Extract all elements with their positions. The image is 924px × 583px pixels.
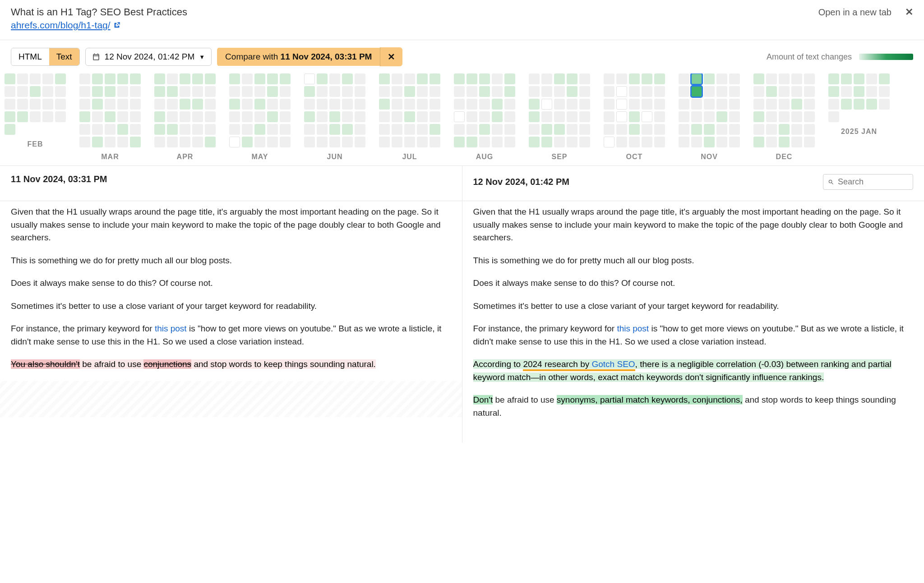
calendar-day-cell[interactable] [779, 73, 790, 84]
calendar-day-cell[interactable] [492, 73, 503, 84]
calendar-day-cell[interactable] [117, 86, 128, 97]
calendar-day-cell[interactable] [242, 137, 253, 147]
calendar-day-cell[interactable] [716, 124, 727, 135]
calendar-day-cell[interactable] [616, 99, 627, 110]
calendar-day-cell[interactable] [679, 73, 689, 84]
calendar-day-cell[interactable] [5, 73, 15, 84]
calendar-day-cell[interactable] [729, 137, 740, 147]
calendar-day-cell[interactable] [267, 137, 278, 147]
calendar-day-cell[interactable] [454, 86, 465, 97]
calendar-day-cell[interactable] [791, 124, 802, 135]
calendar-day-cell[interactable] [342, 137, 353, 147]
calendar-day-cell[interactable] [766, 73, 777, 84]
calendar-day-cell[interactable] [379, 99, 390, 110]
calendar-day-cell[interactable] [79, 111, 90, 122]
calendar-day-cell[interactable] [766, 86, 777, 97]
text-mode-button[interactable]: Text [49, 48, 79, 65]
calendar-day-cell[interactable] [304, 86, 315, 97]
calendar-day-cell[interactable] [130, 73, 141, 84]
calendar-day-cell[interactable] [529, 86, 540, 97]
calendar-day-cell[interactable] [254, 111, 265, 122]
calendar-day-cell[interactable] [492, 99, 503, 110]
calendar-day-cell[interactable] [304, 137, 315, 147]
calendar-day-cell[interactable] [229, 137, 240, 147]
calendar-day-cell[interactable] [42, 86, 53, 97]
calendar-day-cell[interactable] [105, 124, 116, 135]
calendar-day-cell[interactable] [642, 73, 652, 84]
calendar-day-cell[interactable] [779, 124, 790, 135]
calendar-day-cell[interactable] [105, 73, 116, 84]
calendar-day-cell[interactable] [379, 111, 390, 122]
calendar-day-cell[interactable] [616, 111, 627, 122]
calendar-day-cell[interactable] [342, 86, 353, 97]
calendar-day-cell[interactable] [180, 111, 190, 122]
calendar-day-cell[interactable] [229, 111, 240, 122]
calendar-day-cell[interactable] [629, 137, 640, 147]
calendar-day-cell[interactable] [130, 124, 141, 135]
calendar-day-cell[interactable] [691, 124, 702, 135]
calendar-day-cell[interactable] [329, 124, 340, 135]
calendar-day-cell[interactable] [117, 99, 128, 110]
calendar-day-cell[interactable] [691, 86, 702, 97]
calendar-day-cell[interactable] [467, 86, 477, 97]
calendar-day-cell[interactable] [804, 137, 815, 147]
calendar-day-cell[interactable] [454, 124, 465, 135]
calendar-day-cell[interactable] [454, 111, 465, 122]
calendar-day-cell[interactable] [5, 124, 15, 135]
calendar-day-cell[interactable] [430, 137, 440, 147]
calendar-day-cell[interactable] [267, 99, 278, 110]
calendar-day-cell[interactable] [729, 86, 740, 97]
calendar-day-cell[interactable] [242, 73, 253, 84]
calendar-day-cell[interactable] [105, 137, 116, 147]
calendar-day-cell[interactable] [79, 137, 90, 147]
calendar-day-cell[interactable] [17, 111, 28, 122]
calendar-day-cell[interactable] [342, 111, 353, 122]
calendar-day-cell[interactable] [404, 111, 415, 122]
calendar-day-cell[interactable] [30, 86, 41, 97]
calendar-day-cell[interactable] [479, 111, 490, 122]
calendar-day-cell[interactable] [254, 73, 265, 84]
calendar-day-cell[interactable] [492, 111, 503, 122]
calendar-day-cell[interactable] [616, 86, 627, 97]
calendar-day-cell[interactable] [479, 73, 490, 84]
calendar-day-cell[interactable] [392, 73, 402, 84]
calendar-day-cell[interactable] [167, 73, 178, 84]
calendar-day-cell[interactable] [704, 137, 715, 147]
calendar-day-cell[interactable] [691, 137, 702, 147]
calendar-day-cell[interactable] [504, 99, 515, 110]
calendar-day-cell[interactable] [642, 99, 652, 110]
calendar-day-cell[interactable] [841, 73, 852, 84]
calendar-day-cell[interactable] [866, 86, 877, 97]
calendar-day-cell[interactable] [392, 137, 402, 147]
calendar-day-cell[interactable] [379, 73, 390, 84]
search-input[interactable] [838, 177, 908, 187]
calendar-day-cell[interactable] [79, 73, 90, 84]
calendar-day-cell[interactable] [317, 137, 328, 147]
calendar-day-cell[interactable] [866, 99, 877, 110]
calendar-day-cell[interactable] [704, 111, 715, 122]
calendar-day-cell[interactable] [554, 124, 565, 135]
calendar-day-cell[interactable] [504, 73, 515, 84]
calendar-day-cell[interactable] [280, 86, 291, 97]
calendar-day-cell[interactable] [167, 124, 178, 135]
calendar-day-cell[interactable] [117, 111, 128, 122]
calendar-day-cell[interactable] [554, 99, 565, 110]
calendar-day-cell[interactable] [654, 99, 665, 110]
calendar-day-cell[interactable] [704, 99, 715, 110]
calendar-day-cell[interactable] [430, 86, 440, 97]
calendar-day-cell[interactable] [554, 111, 565, 122]
calendar-day-cell[interactable] [679, 111, 689, 122]
calendar-day-cell[interactable] [180, 124, 190, 135]
calendar-day-cell[interactable] [329, 73, 340, 84]
calendar-day-cell[interactable] [567, 99, 578, 110]
calendar-day-cell[interactable] [55, 99, 66, 110]
calendar-day-cell[interactable] [467, 73, 477, 84]
calendar-day-cell[interactable] [604, 86, 614, 97]
calendar-day-cell[interactable] [504, 111, 515, 122]
close-icon[interactable]: ✕ [905, 6, 913, 18]
calendar-day-cell[interactable] [79, 124, 90, 135]
calendar-day-cell[interactable] [317, 99, 328, 110]
calendar-day-cell[interactable] [804, 124, 815, 135]
calendar-day-cell[interactable] [92, 137, 103, 147]
calendar-day-cell[interactable] [492, 137, 503, 147]
